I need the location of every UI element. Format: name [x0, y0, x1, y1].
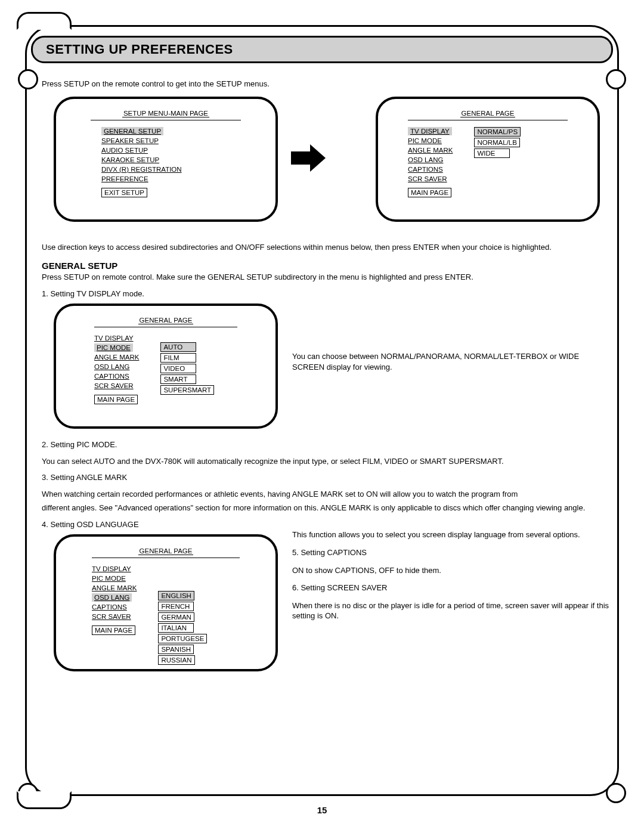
menu-option: FRENCH	[158, 602, 194, 611]
menu-item: PIC MODE	[408, 137, 444, 145]
menu-item: PIC MODE	[92, 574, 128, 583]
page-number: 15	[0, 805, 644, 815]
menu-item: ANGLE MARK	[94, 353, 139, 361]
menu-option: ENGLISH	[158, 591, 194, 600]
menu-row-3: GENERAL PAGE TV DISPLAY PIC MODE ANGLE M…	[42, 534, 612, 689]
section-title: SETTING UP PREFERENCES	[46, 42, 233, 57]
menu-item: OSD LANG	[94, 363, 130, 371]
menu-title: GENERAL PAGE	[92, 547, 240, 555]
menu-item: CAPTIONS	[408, 165, 444, 174]
step-text: 1. Setting TV DISPLAY mode.	[42, 289, 612, 299]
menu-item: ANGLE MARK	[92, 584, 137, 592]
menu-title: GENERAL PAGE	[408, 110, 568, 117]
menu-item: SCR SAVER	[408, 175, 447, 183]
menu-item: SPEAKER SETUP	[101, 137, 159, 145]
menu-option: SUPERSMART	[160, 385, 214, 395]
menu-option: FILM	[160, 353, 196, 363]
menu-item: GENERAL SETUP	[101, 127, 163, 135]
menu-item: OSD LANG	[408, 156, 444, 164]
menu-item: KARAOKE SETUP	[101, 156, 159, 164]
menu-item: SCR SAVER	[94, 382, 134, 390]
arrow-right-icon	[291, 144, 327, 172]
menu-item: ANGLE MARK	[408, 146, 453, 154]
step-text: 5. Setting CAPTIONS	[292, 547, 612, 558]
menu-item-main: MAIN PAGE	[408, 188, 451, 197]
menu-title: GENERAL PAGE	[94, 317, 237, 324]
menu-item: DIVX (R) REGISTRATION	[101, 165, 182, 174]
menu-item: PREFERENCE	[101, 175, 148, 183]
menu-row-2: GENERAL PAGE TV DISPLAY PIC MODE ANGLE M…	[42, 304, 612, 439]
menu-option: SPANISH	[158, 645, 194, 654]
page-content: Press SETUP on the remote control to get…	[42, 79, 612, 779]
tab-notch-bottom	[17, 791, 72, 809]
menu-item: SCR SAVER	[92, 612, 131, 621]
menu-block: GENERAL PAGE TV DISPLAY PIC MODE ANGLE M…	[408, 110, 568, 198]
body-text: When watching certain recorded performan…	[42, 489, 612, 500]
menu-option: WIDE	[474, 148, 510, 158]
body-text: You can select AUTO and the DVX-780K wil…	[42, 456, 612, 467]
menu-option: NORMAL/PS	[474, 127, 521, 137]
menu-option: RUSSIAN	[158, 655, 194, 665]
menu-block: SETUP MENU-MAIN PAGE GENERAL SETUP SPEAK…	[91, 110, 241, 198]
step-text: 6. Setting SCREEN SAVER	[292, 583, 612, 593]
menu-item-main: MAIN PAGE	[94, 395, 138, 404]
general-page-panel: GENERAL PAGE TV DISPLAY PIC MODE ANGLE M…	[376, 97, 600, 222]
tab-notch-top	[17, 12, 72, 30]
menu-item: CAPTIONS	[92, 603, 128, 611]
step-text: 4. Setting OSD LANGUAGE	[42, 519, 612, 530]
binder-hole	[606, 69, 626, 89]
menu-block: GENERAL PAGE TV DISPLAY PIC MODE ANGLE M…	[92, 547, 240, 665]
osd-language-panel: GENERAL PAGE TV DISPLAY PIC MODE ANGLE M…	[54, 534, 278, 671]
pic-mode-panel: GENERAL PAGE TV DISPLAY PIC MODE ANGLE M…	[54, 304, 278, 429]
instructions-text: Press SETUP on remote control. Make sure…	[42, 272, 612, 283]
body-text: ON to show CAPTIONS, OFF to hide them.	[292, 565, 612, 576]
body-text: You can choose between NORMAL/PANORAMA, …	[292, 351, 612, 372]
menu-title: SETUP MENU-MAIN PAGE	[91, 110, 241, 117]
binder-hole	[18, 69, 38, 89]
section-header: SETTING UP PREFERENCES	[31, 36, 613, 63]
menu-block: GENERAL PAGE TV DISPLAY PIC MODE ANGLE M…	[94, 317, 237, 405]
menu-item: TV DISPLAY	[408, 127, 452, 135]
step-text: 2. Setting PIC MODE.	[42, 439, 612, 450]
intro-text: Press SETUP on the remote control to get…	[42, 79, 612, 89]
menu-item: OSD LANG	[92, 593, 132, 602]
step-description: You can choose between NORMAL/PANORAMA, …	[292, 351, 612, 376]
menu-option: NORMAL/LB	[474, 138, 519, 147]
menu-item: TV DISPLAY	[92, 565, 131, 573]
menu-option: VIDEO	[160, 364, 196, 373]
menu-option: AUTO	[160, 342, 196, 352]
menu-item: CAPTIONS	[94, 372, 130, 380]
body-text: When there is no disc or the player is i…	[292, 600, 612, 621]
menu-item: TV DISPLAY	[94, 334, 134, 342]
step-text: 3. Setting ANGLE MARK	[42, 472, 612, 483]
body-text: This function allows you to select you s…	[292, 529, 612, 540]
menu-option: SMART	[160, 374, 196, 384]
setup-menu-panel: SETUP MENU-MAIN PAGE GENERAL SETUP SPEAK…	[54, 97, 278, 222]
menu-item: PIC MODE	[94, 343, 133, 352]
menu-item-main: MAIN PAGE	[92, 625, 135, 635]
instructions-text: Use direction keys to access desired sub…	[42, 242, 612, 253]
binder-hole	[606, 783, 626, 803]
body-text: different angles. See "Advanced operatio…	[42, 503, 612, 513]
menu-row-1: SETUP MENU-MAIN PAGE GENERAL SETUP SPEAK…	[42, 97, 612, 234]
menu-option: ITALIAN	[158, 623, 194, 633]
menu-option: PORTUGESE	[158, 634, 207, 643]
menu-item-exit: EXIT SETUP	[101, 188, 147, 197]
subsection-heading: GENERAL SETUP	[42, 261, 612, 271]
menu-option: GERMAN	[158, 612, 194, 622]
menu-item: AUDIO SETUP	[101, 146, 148, 154]
right-column: This function allows you to select you s…	[292, 529, 612, 628]
